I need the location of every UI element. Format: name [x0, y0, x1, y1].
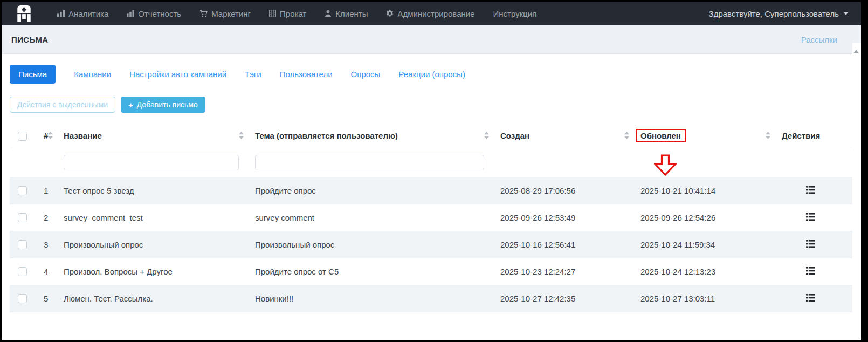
- bar-chart-icon: [127, 10, 134, 17]
- tab-surveys[interactable]: Опросы: [351, 70, 381, 79]
- scrollbar[interactable]: [852, 43, 861, 340]
- nav-item-instruction[interactable]: Инструкция: [493, 9, 537, 18]
- row-name: Люмен. Тест. Рассылка.: [56, 285, 247, 312]
- row-checkbox[interactable]: [18, 213, 27, 222]
- table-header-row: # Название Тема (отправляется пользовате…: [10, 124, 853, 148]
- nav-label: Администрирование: [397, 9, 474, 18]
- row-num: 1: [36, 177, 56, 204]
- row-theme: Пройдите опрос от С5: [247, 258, 492, 285]
- sort-icon: [48, 132, 53, 139]
- column-label: Действия: [782, 131, 820, 140]
- user-icon: [325, 10, 332, 17]
- add-letter-button[interactable]: + Добавить письмо: [121, 97, 205, 113]
- nav-item-marketing[interactable]: Маркетинг: [199, 9, 251, 18]
- row-num: 3: [36, 231, 56, 258]
- row-updated: 2025-10-24 12:13:23: [632, 258, 774, 285]
- bar-chart-icon: [57, 10, 65, 17]
- nav-item-clients[interactable]: Клиенты: [325, 9, 368, 18]
- logo-glyph: [17, 5, 31, 22]
- sort-icon: [239, 132, 244, 139]
- filter-name-input[interactable]: [64, 155, 239, 170]
- user-menu[interactable]: Здравствуйте, Суперпользователь: [709, 9, 848, 18]
- row-updated: 2025-09-26 12:54:26: [632, 204, 774, 231]
- nav-label: Прокат: [280, 9, 306, 18]
- list-icon: [806, 267, 815, 275]
- letters-table: # Название Тема (отправляется пользовате…: [10, 124, 853, 312]
- list-icon: [806, 186, 815, 194]
- sort-icon: [484, 132, 489, 139]
- toolbar: Действия с выделенными + Добавить письмо: [10, 97, 853, 113]
- table-row: 1 Тест опрос 5 звезд Пройдите опрос 2025…: [10, 177, 853, 204]
- annotation-down-arrow: [654, 154, 677, 176]
- filter-row: [10, 148, 853, 177]
- column-header-num[interactable]: #: [36, 124, 56, 148]
- page-header: ПИСЬМА Рассылки: [2, 25, 861, 54]
- row-actions-button[interactable]: [806, 240, 815, 248]
- row-created: 2025-10-27 12:42:35: [492, 285, 632, 312]
- row-actions-button[interactable]: [806, 213, 815, 221]
- nav-item-reports[interactable]: Отчетность: [127, 9, 181, 18]
- row-theme: Новинки!!!: [247, 285, 492, 312]
- row-created: 2025-10-16 12:56:41: [492, 231, 632, 258]
- film-icon: [269, 10, 276, 17]
- tab-campaigns[interactable]: Кампании: [74, 70, 111, 79]
- user-greeting: Здравствуйте, Суперпользователь: [709, 9, 839, 18]
- page: Аналитика Отчетность Маркетинг Прокат Кл: [2, 2, 861, 340]
- nav-label: Маркетинг: [211, 9, 251, 18]
- cart-icon: [199, 10, 208, 18]
- row-checkbox[interactable]: [18, 240, 27, 249]
- column-header-actions: Действия: [774, 124, 853, 148]
- bulk-actions-button[interactable]: Действия с выделенными: [10, 97, 115, 113]
- row-actions-button[interactable]: [806, 186, 815, 194]
- tab-letters[interactable]: Письма: [10, 65, 56, 84]
- nav-item-analytics[interactable]: Аналитика: [57, 9, 108, 18]
- table-row: 2 survey_comment_test survey comment 202…: [10, 204, 853, 231]
- row-name: Тест опрос 5 звезд: [56, 177, 247, 204]
- row-theme: Пройдите опрос: [247, 177, 492, 204]
- select-all-checkbox[interactable]: [18, 132, 27, 141]
- row-theme: survey comment: [247, 204, 492, 231]
- list-icon: [806, 294, 815, 302]
- nav-label: Аналитика: [68, 9, 108, 18]
- filter-theme-input[interactable]: [255, 155, 484, 170]
- column-header-updated[interactable]: Обновлен: [632, 124, 774, 148]
- app-window: { "navbar": { "items": [ {"label": "Анал…: [0, 0, 868, 342]
- row-num: 5: [36, 285, 56, 312]
- row-checkbox[interactable]: [18, 294, 27, 303]
- row-name: Произвольный опрос: [56, 231, 247, 258]
- table-row: 5 Люмен. Тест. Рассылка. Новинки!!! 2025…: [10, 285, 853, 312]
- table-row: 3 Произвольный опрос Произвольный опрос …: [10, 231, 853, 258]
- column-label: Тема (отправляется пользователю): [255, 131, 398, 140]
- column-header-name[interactable]: Название: [56, 124, 247, 148]
- row-updated: 2025-10-27 13:03:11: [632, 285, 774, 312]
- nav-item-administration[interactable]: Администрирование: [386, 9, 474, 18]
- row-created: 2025-08-29 17:06:56: [492, 177, 632, 204]
- column-header-created[interactable]: Создан: [492, 124, 632, 148]
- row-checkbox[interactable]: [18, 186, 27, 195]
- column-header-theme[interactable]: Тема (отправляется пользователю): [247, 124, 492, 148]
- gear-icon: [386, 10, 394, 17]
- nav-item-rental[interactable]: Прокат: [269, 9, 306, 18]
- scroll-up-icon[interactable]: [853, 47, 859, 53]
- sort-icon: [624, 132, 629, 139]
- row-actions-button[interactable]: [806, 294, 815, 302]
- tab-tags[interactable]: Тэги: [245, 70, 261, 79]
- tab-users[interactable]: Пользователи: [280, 70, 333, 79]
- app-logo-icon[interactable]: [17, 5, 31, 22]
- mailings-link[interactable]: Рассылки: [801, 35, 837, 44]
- row-checkbox[interactable]: [18, 267, 27, 276]
- top-navbar: Аналитика Отчетность Маркетинг Прокат Кл: [2, 2, 861, 25]
- add-letter-label: Добавить письмо: [137, 100, 198, 109]
- annotation-red-box: Обновлен: [636, 129, 686, 142]
- tab-auto-campaign-settings[interactable]: Настройки авто кампаний: [129, 70, 226, 79]
- sort-icon: [766, 132, 770, 139]
- table-row: 4 Произвол. Вопросы + Другое Пройдите оп…: [10, 258, 853, 285]
- list-icon: [806, 240, 815, 248]
- tab-survey-reactions[interactable]: Реакции (опросы): [398, 70, 465, 79]
- chevron-down-icon: [844, 12, 848, 17]
- list-icon: [806, 213, 815, 221]
- row-actions-button[interactable]: [806, 267, 815, 275]
- column-label: Название: [64, 131, 102, 140]
- nav-label: Инструкция: [493, 9, 537, 18]
- row-num: 4: [36, 258, 56, 285]
